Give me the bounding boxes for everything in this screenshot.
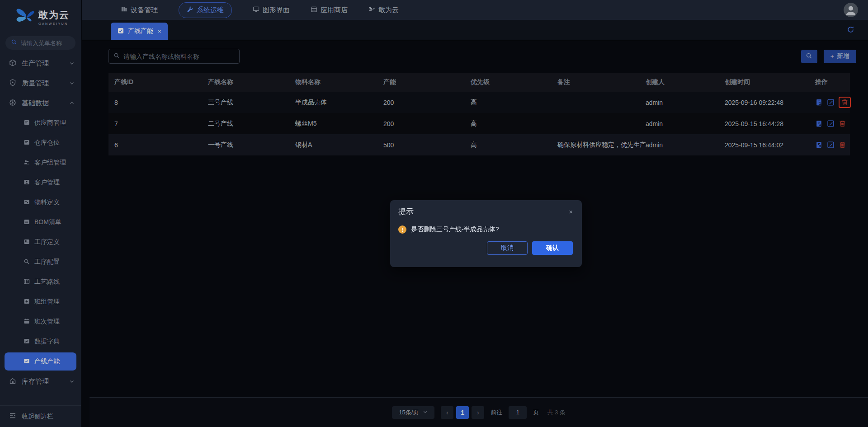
confirm-dialog: 提示 × 是否删除三号产线-半成品壳体? 取消 确认 (390, 200, 582, 267)
dialog-message: 是否删除三号产线-半成品壳体? (411, 225, 499, 234)
close-icon[interactable]: × (569, 208, 573, 216)
warning-icon (398, 225, 406, 234)
confirm-button[interactable]: 确认 (532, 241, 573, 255)
cancel-button[interactable]: 取消 (487, 241, 528, 255)
dialog-title: 提示 (398, 206, 414, 217)
